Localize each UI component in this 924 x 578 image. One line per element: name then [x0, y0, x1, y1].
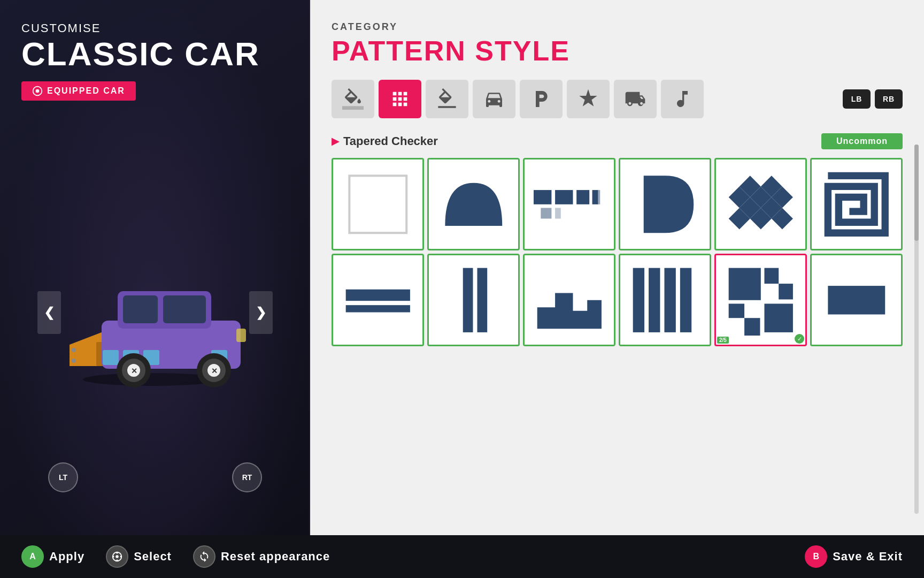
- rb-button[interactable]: RB: [875, 89, 903, 109]
- pattern-cell-2[interactable]: [427, 158, 520, 250]
- svg-rect-47: [649, 268, 660, 332]
- lt-button[interactable]: LT: [48, 462, 78, 492]
- customise-label: CUSTOMISE: [21, 21, 289, 35]
- pattern-cell-4[interactable]: [619, 158, 711, 250]
- pattern-cell-3[interactable]: [523, 158, 615, 250]
- svg-rect-55: [779, 284, 793, 299]
- svg-rect-21: [236, 329, 246, 342]
- svg-rect-42: [345, 289, 410, 300]
- svg-rect-29: [596, 190, 600, 204]
- apply-action: A Apply: [21, 545, 84, 568]
- reset-label: Reset appearance: [221, 550, 330, 564]
- tab-vehicle2[interactable]: [614, 80, 657, 118]
- section-title: Tapered Checker: [343, 134, 438, 148]
- car-display: ❮: [21, 101, 289, 524]
- select-action: Select: [106, 545, 172, 568]
- car-title: CLASSIC CAR: [21, 37, 289, 71]
- svg-rect-30: [541, 208, 551, 218]
- pattern-title: PATTERN STYLE: [332, 35, 903, 67]
- next-car-button[interactable]: ❯: [249, 291, 273, 334]
- pattern-cell-12[interactable]: [810, 254, 903, 346]
- tab-fill[interactable]: [426, 80, 468, 118]
- tab-special[interactable]: [567, 80, 610, 118]
- tab-paint[interactable]: [332, 80, 374, 118]
- scroll-track: [914, 144, 919, 514]
- pattern-spiral-icon: [821, 169, 892, 240]
- music-icon: [672, 88, 693, 110]
- svg-rect-49: [680, 268, 691, 332]
- section-title-group: ▶ Tapered Checker: [332, 134, 438, 148]
- select-label: Select: [134, 550, 172, 564]
- paint-bucket-icon: [342, 88, 364, 110]
- tab-parking[interactable]: [520, 80, 563, 118]
- pattern-cell-8[interactable]: [427, 254, 520, 346]
- svg-rect-44: [463, 268, 473, 332]
- equipped-badge: EQUIPPED CAR: [21, 81, 136, 101]
- pattern-cell-5[interactable]: [714, 158, 807, 250]
- car-illustration: ✕ ✕: [53, 238, 257, 387]
- pattern-blank-icon: [342, 169, 414, 240]
- svg-rect-7: [123, 295, 158, 323]
- prev-car-button[interactable]: ❮: [37, 291, 61, 334]
- svg-rect-48: [664, 268, 675, 332]
- apply-label: Apply: [49, 550, 84, 564]
- pattern-cell-7[interactable]: [332, 254, 424, 346]
- left-panel: CUSTOMISE CLASSIC CAR EQUIPPED CAR ❮: [0, 0, 310, 535]
- vehicle-icon: [483, 88, 505, 110]
- svg-point-22: [72, 348, 76, 352]
- save-exit-label: Save & Exit: [833, 550, 903, 564]
- svg-rect-56: [728, 303, 744, 318]
- check-badge: ✓: [795, 334, 804, 344]
- reset-icon: [198, 551, 210, 562]
- svg-rect-57: [744, 318, 760, 336]
- rt-button[interactable]: RT: [232, 462, 262, 492]
- pattern-arch-icon: [438, 169, 510, 240]
- bottom-bar: A Apply Select Reset appearance B: [0, 535, 924, 578]
- scroll-thumb[interactable]: [914, 144, 919, 241]
- select-button[interactable]: [106, 545, 128, 568]
- icon-tabs-row: LB RB: [332, 80, 903, 118]
- pattern-cell-1[interactable]: [332, 158, 424, 250]
- svg-point-63: [116, 552, 118, 554]
- tab-pattern[interactable]: [379, 80, 421, 118]
- svg-point-23: [72, 359, 76, 363]
- pattern-cell-10[interactable]: [619, 254, 711, 346]
- svg-rect-58: [828, 286, 885, 314]
- tab-music[interactable]: [661, 80, 704, 118]
- category-label: CATEGORY: [332, 21, 903, 33]
- svg-rect-31: [555, 208, 561, 218]
- b-button[interactable]: B: [805, 545, 827, 568]
- pattern-grid: 2/5 ✓: [332, 158, 903, 346]
- equipped-icon: [32, 86, 43, 96]
- pattern-cell-11[interactable]: 2/5 ✓: [714, 254, 807, 346]
- a-button[interactable]: A: [21, 545, 44, 568]
- pattern-rect-icon: [821, 264, 892, 336]
- vehicle2-icon: [625, 88, 646, 110]
- svg-text:✕: ✕: [131, 367, 137, 375]
- level-badge: 2/5: [717, 337, 729, 344]
- pattern-wstripes-icon: [629, 264, 701, 336]
- reset-action: Reset appearance: [193, 545, 330, 568]
- pattern-cell-9[interactable]: [523, 254, 615, 346]
- pattern-section-header: ▶ Tapered Checker Uncommon: [332, 133, 903, 149]
- svg-rect-24: [349, 176, 406, 233]
- svg-point-62: [120, 556, 122, 558]
- svg-point-59: [116, 555, 119, 558]
- tab-vehicle[interactable]: [473, 80, 515, 118]
- save-exit-action: B Save & Exit: [805, 545, 903, 568]
- svg-rect-8: [163, 295, 206, 323]
- pattern-cell-6[interactable]: [810, 158, 903, 250]
- svg-rect-54: [764, 268, 779, 283]
- rarity-badge: Uncommon: [821, 133, 903, 149]
- equipped-label: EQUIPPED CAR: [47, 86, 125, 96]
- svg-point-1: [36, 89, 40, 93]
- fill-icon: [436, 88, 458, 110]
- select-icon: [111, 551, 123, 562]
- reset-button[interactable]: [193, 545, 215, 568]
- pattern-vbars-icon: [438, 264, 510, 336]
- svg-text:✕: ✕: [211, 367, 218, 375]
- pattern-mountain-icon: [534, 264, 605, 336]
- lb-button[interactable]: LB: [843, 89, 871, 109]
- pattern-d-icon: [629, 169, 701, 240]
- svg-rect-51: [764, 303, 792, 332]
